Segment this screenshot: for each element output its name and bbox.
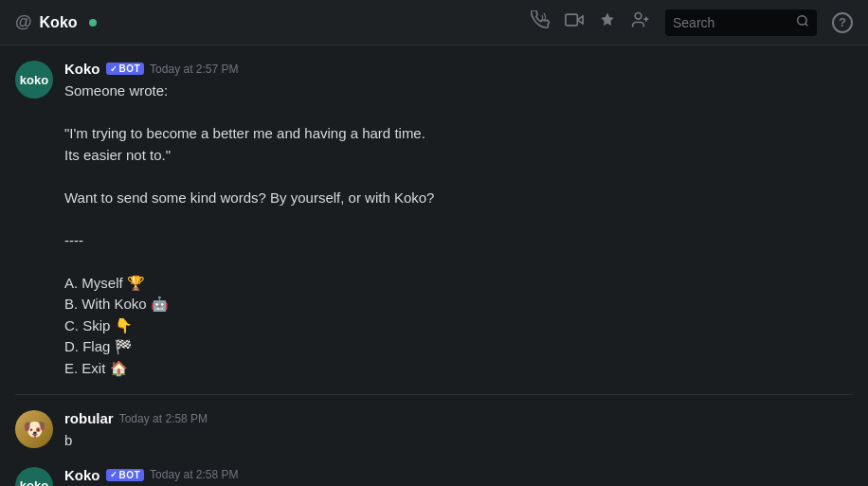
message-body: robular Today at 2:58 PM b xyxy=(64,410,853,452)
author-name: Koko xyxy=(64,61,100,77)
phone-icon[interactable] xyxy=(531,10,550,34)
message-group: koko Koko ✓ BOT Today at 2:58 PM xyxy=(15,467,853,487)
message-timestamp: Today at 2:58 PM xyxy=(150,468,238,481)
message-group: koko Koko ✓ BOT Today at 2:57 PM Someone… xyxy=(15,61,853,379)
message-text: Someone wrote: "I'm trying to become a b… xyxy=(64,81,853,379)
video-icon[interactable] xyxy=(565,10,584,34)
author-name: Koko xyxy=(64,467,100,483)
search-placeholder: Search xyxy=(673,15,790,30)
message-header: Koko ✓ BOT Today at 2:58 PM xyxy=(64,467,853,483)
avatar: 🐶 xyxy=(15,410,53,448)
separator xyxy=(15,394,853,395)
avatar-label: koko xyxy=(20,73,48,87)
avatar: koko xyxy=(15,61,53,99)
online-indicator xyxy=(89,19,97,27)
svg-rect-1 xyxy=(566,14,578,26)
at-icon: @ xyxy=(15,12,32,32)
message-timestamp: Today at 2:57 PM xyxy=(150,63,238,76)
message-body: Koko ✓ BOT Today at 2:57 PM Someone wrot… xyxy=(64,61,853,379)
header-actions: Search ? xyxy=(531,9,853,36)
svg-marker-0 xyxy=(577,16,583,24)
message-body: Koko ✓ BOT Today at 2:58 PM xyxy=(64,467,853,487)
pin-icon[interactable] xyxy=(599,11,616,33)
search-box[interactable]: Search xyxy=(665,9,817,36)
svg-point-2 xyxy=(635,13,642,20)
message-text: b xyxy=(64,430,853,452)
author-name: robular xyxy=(64,410,114,426)
checkmark-icon: ✓ xyxy=(110,64,118,74)
search-icon xyxy=(796,14,809,30)
channel-info: @ Koko xyxy=(15,12,97,32)
bot-label: BOT xyxy=(119,63,141,74)
svg-point-5 xyxy=(798,16,806,25)
verified-bot-badge: ✓ BOT xyxy=(106,469,145,481)
message-header: robular Today at 2:58 PM xyxy=(64,410,853,426)
svg-line-6 xyxy=(805,24,808,27)
message-header: Koko ✓ BOT Today at 2:57 PM xyxy=(64,61,853,77)
avatar-label: koko xyxy=(20,478,48,486)
avatar: koko xyxy=(15,467,53,487)
channel-name: Koko xyxy=(40,14,78,31)
checkmark-icon: ✓ xyxy=(110,470,118,479)
message-timestamp: Today at 2:58 PM xyxy=(119,412,208,425)
messages-container: koko Koko ✓ BOT Today at 2:57 PM Someone… xyxy=(0,45,868,486)
app-header: @ Koko xyxy=(0,0,868,45)
message-group: 🐶 robular Today at 2:58 PM b xyxy=(15,410,853,452)
add-member-icon[interactable] xyxy=(631,10,650,34)
help-icon[interactable]: ? xyxy=(832,12,853,33)
verified-bot-badge: ✓ BOT xyxy=(106,63,145,75)
bot-label: BOT xyxy=(119,470,141,480)
